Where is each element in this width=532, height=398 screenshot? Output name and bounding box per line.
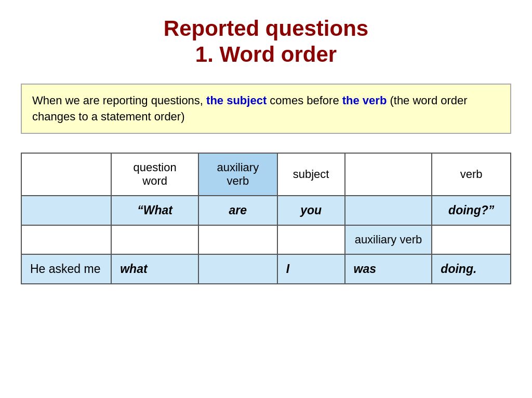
title-line2: 1. Word order — [195, 42, 337, 66]
header-subject: subject — [277, 153, 345, 196]
info-highlight-subject: the subject — [206, 94, 267, 107]
info-highlight-verb: the verb — [342, 94, 387, 107]
row3-question-word: what — [111, 254, 198, 284]
row1-question-word: “What — [111, 196, 198, 225]
word-order-table: question word auxiliary verb subject ver… — [21, 153, 511, 284]
row3-subject: I — [277, 254, 345, 284]
row2-verb — [432, 225, 511, 254]
header-col1 — [21, 153, 111, 196]
table-row-2: auxiliary verb — [21, 225, 511, 254]
row1-aux-verb: are — [198, 196, 277, 225]
row3-verb: doing. — [432, 254, 511, 284]
header-col5 — [345, 153, 432, 196]
page-title: Reported questions 1. Word order — [164, 16, 368, 68]
info-text-middle: comes before — [267, 94, 342, 107]
table-row-3: He asked me what I was doing. — [21, 254, 511, 284]
row1-col1 — [21, 196, 111, 225]
row1-verb: doing?” — [432, 196, 511, 225]
header-auxiliary-verb: auxiliary verb — [198, 153, 277, 196]
row1-col5 — [345, 196, 432, 225]
info-text-before: When we are reporting questions, — [32, 94, 206, 107]
info-box: When we are reporting questions, the sub… — [21, 84, 511, 134]
row3-aux-verb — [198, 254, 277, 284]
header-verb: verb — [432, 153, 511, 196]
row2-question-word — [111, 225, 198, 254]
table-header-row: question word auxiliary verb subject ver… — [21, 153, 511, 196]
row2-col1 — [21, 225, 111, 254]
title-line1: Reported questions — [164, 16, 368, 40]
row2-subject — [277, 225, 345, 254]
row3-aux2: was — [345, 254, 432, 284]
row1-subject: you — [277, 196, 345, 225]
row2-aux-verb — [198, 225, 277, 254]
header-question-word: question word — [111, 153, 198, 196]
row3-col1: He asked me — [21, 254, 111, 284]
table-row-1: “What are you doing?” — [21, 196, 511, 225]
row2-aux2: auxiliary verb — [345, 225, 432, 254]
